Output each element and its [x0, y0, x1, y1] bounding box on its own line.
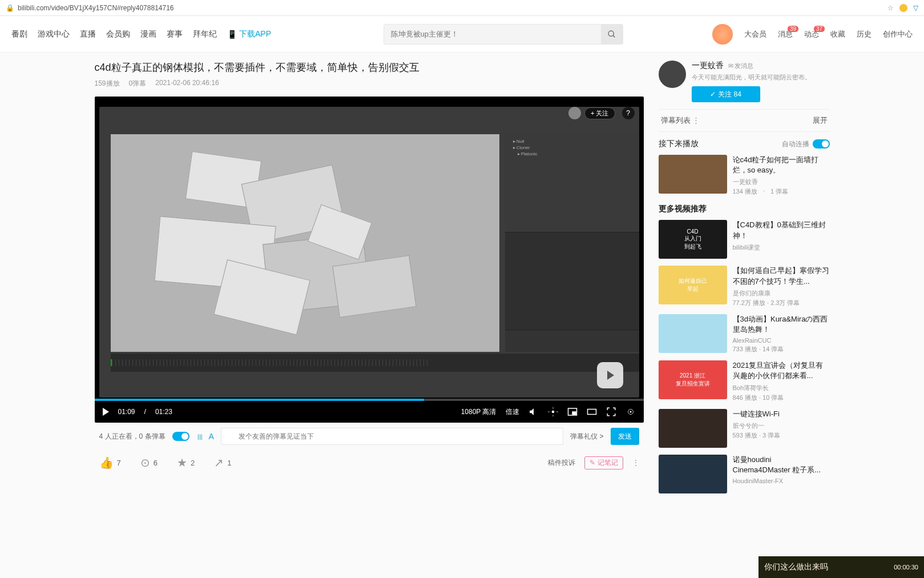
- send-button[interactable]: 发送: [611, 428, 639, 445]
- view-count: 159播放: [95, 79, 120, 89]
- rec-item[interactable]: 2021 浙江复旦招生宣讲 2021复旦宣讲会（对复旦有兴趣的小伙伴们都来看..…: [659, 360, 830, 402]
- nav-item[interactable]: 拜年纪: [193, 29, 217, 39]
- more-icon[interactable]: [626, 407, 636, 417]
- settings-icon[interactable]: [548, 407, 558, 417]
- svg-line-1: [613, 35, 615, 37]
- rec-title: 一键连接Wi-Fi: [733, 409, 830, 419]
- upnext-item[interactable]: 论c4d粒子如何把一面墙打烂，so easy。 一更蚊香 134 播放 · 1 …: [659, 155, 830, 196]
- rec-uploader: 是你们的康康: [733, 289, 830, 298]
- search-input[interactable]: [384, 25, 601, 44]
- nav-item[interactable]: 漫画: [140, 29, 156, 39]
- uploader-signature: 今天可能充满阳光，明天就可能阴云密布。: [692, 73, 830, 82]
- rec-thumb: [659, 314, 727, 353]
- rec-uploader: 一更蚊香: [733, 178, 830, 186]
- nav-links: 番剧 游戏中心 直播 会员购 漫画 赛事 拜年纪 📱 下载APP: [11, 29, 271, 39]
- search-button[interactable]: [601, 25, 623, 44]
- rec-stats: 593 播放 · 3 弹幕: [733, 431, 830, 440]
- lock-icon: 🔒: [6, 4, 14, 12]
- nav-message[interactable]: 消息39: [778, 29, 793, 39]
- rec-uploader: 脏兮兮的一: [733, 422, 830, 430]
- rec-stats: 77.2万 播放 · 2.3万 弹幕: [733, 299, 830, 307]
- rec-thumb: [659, 409, 727, 448]
- video-player[interactable]: ▸ Null▸ Cloner▸ Platonic + 关注 ? 01:09 / …: [95, 97, 644, 423]
- nav-fav[interactable]: 收藏: [830, 29, 845, 39]
- rec-title: 【3d动画】Kura&Miraの西西里岛热舞！: [733, 314, 830, 335]
- help-icon[interactable]: ?: [622, 107, 635, 119]
- nav-history[interactable]: 历史: [857, 29, 871, 39]
- fullscreen-icon[interactable]: [606, 407, 616, 417]
- pip-icon[interactable]: [567, 407, 578, 417]
- svg-point-7: [630, 411, 631, 413]
- svg-rect-5: [587, 410, 596, 415]
- thumb-up-icon: 👍: [99, 456, 114, 469]
- wide-icon[interactable]: [587, 407, 597, 417]
- play-button[interactable]: [103, 408, 109, 416]
- dynamic-badge: 37: [814, 26, 825, 32]
- share-icon: ↗: [214, 456, 224, 469]
- star-icon[interactable]: ☆: [887, 4, 894, 12]
- danmaku-list-header[interactable]: 弹幕列表 ⋮ 展开: [659, 109, 830, 132]
- share-button[interactable]: ↗1: [214, 456, 231, 469]
- uploader-name[interactable]: 一更蚊香: [692, 61, 724, 71]
- speed-selector[interactable]: 倍速: [506, 407, 519, 417]
- report-link[interactable]: 稿件投诉: [548, 458, 575, 468]
- nav-creative[interactable]: 创作中心: [883, 29, 913, 39]
- video-meta: 159播放 0弹幕 2021-02-06 20:46:16: [95, 79, 644, 89]
- duration: 01:23: [155, 408, 172, 416]
- autoplay-toggle[interactable]: [813, 139, 830, 148]
- rec-item[interactable]: C4D从入门到起飞 【C4D教程】0基础到三维封神！ bilibili课堂: [659, 220, 830, 259]
- volume-icon[interactable]: [528, 407, 539, 417]
- danmaku-etiquette[interactable]: 弹幕礼仪 >: [570, 432, 603, 441]
- coin-button[interactable]: ⊙6: [140, 456, 158, 469]
- dots-icon[interactable]: ⋮: [692, 116, 701, 125]
- nav-dynamic[interactable]: 动态37: [804, 29, 819, 39]
- download-app[interactable]: 📱 下载APP: [227, 29, 271, 39]
- rec-thumb: [659, 455, 727, 493]
- rec-uploader: bilibili课堂: [733, 243, 830, 252]
- nav-item[interactable]: 番剧: [11, 29, 27, 39]
- message-uploader[interactable]: ✉ 发消息: [728, 62, 753, 70]
- svg-point-2: [551, 411, 554, 414]
- svg-point-0: [608, 31, 614, 36]
- rec-item[interactable]: 诺曼houdini Cinema4DMaster 粒子系... HoudiniM…: [659, 455, 830, 493]
- quality-selector[interactable]: 1080P 高清: [461, 407, 497, 417]
- rec-item[interactable]: 【3d动画】Kura&Miraの西西里岛热舞！ AlexRainCUC 733 …: [659, 314, 830, 354]
- nav-item[interactable]: 会员购: [106, 29, 130, 39]
- nav-item[interactable]: 赛事: [167, 29, 183, 39]
- rec-title: 2021复旦宣讲会（对复旦有兴趣的小伙伴们都来看...: [733, 360, 830, 381]
- player-follow-button[interactable]: + 关注: [584, 107, 615, 119]
- rec-title: 【如何逼自己早起】寒假学习不困的7个技巧！学生...: [733, 266, 830, 286]
- star-icon: ★: [177, 456, 187, 469]
- danmaku-toggle[interactable]: [172, 432, 189, 441]
- search-box: [384, 24, 623, 45]
- rec-thumb: C4D从入门到起飞: [659, 220, 727, 259]
- follow-uploader-button[interactable]: ✓ 关注 84: [692, 86, 760, 102]
- nav-item[interactable]: 直播: [80, 29, 96, 39]
- watching-count: 4 人正在看，0 条弹幕: [99, 432, 166, 441]
- nav-member[interactable]: 大会员: [744, 29, 766, 39]
- extension-icon[interactable]: [899, 4, 907, 12]
- nav-item[interactable]: 游戏中心: [38, 29, 70, 39]
- like-button[interactable]: 👍7: [99, 456, 121, 469]
- expand-danmaku[interactable]: 展开: [813, 115, 828, 126]
- user-avatar[interactable]: [712, 24, 733, 45]
- rec-item[interactable]: 一键连接Wi-Fi 脏兮兮的一 593 播放 · 3 弹幕: [659, 409, 830, 448]
- browser-address-bar: 🔒 bilibili.com/video/BV1jX4y157CN#reply4…: [0, 0, 924, 16]
- coin-icon: ⊙: [140, 456, 150, 469]
- note-button[interactable]: ✎ 记笔记: [584, 456, 623, 469]
- uploader-avatar[interactable]: [659, 61, 686, 88]
- fav-button[interactable]: ★2: [177, 456, 195, 469]
- rec-title: 诺曼houdini Cinema4DMaster 粒子系...: [733, 455, 830, 475]
- danmaku-settings-icon[interactable]: ⫼: [196, 432, 204, 441]
- player-up-avatar[interactable]: [568, 107, 581, 119]
- shield-icon[interactable]: ▽: [913, 4, 918, 12]
- font-icon[interactable]: A: [209, 432, 214, 441]
- rec-item[interactable]: 如何逼自己早起 【如何逼自己早起】寒假学习不困的7个技巧！学生... 是你们的康…: [659, 266, 830, 307]
- danmaku-count: 0弹幕: [129, 79, 147, 89]
- danmaku-input[interactable]: [221, 428, 563, 445]
- site-header: 番剧 游戏中心 直播 会员购 漫画 赛事 拜年纪 📱 下载APP 大会员 消息3…: [0, 16, 924, 53]
- more-menu-icon[interactable]: ⋮: [632, 459, 639, 467]
- publish-time: 2021-02-06 20:46:16: [155, 79, 219, 89]
- message-badge: 39: [788, 26, 798, 32]
- rec-uploader: Boh薄荷学长: [733, 384, 830, 392]
